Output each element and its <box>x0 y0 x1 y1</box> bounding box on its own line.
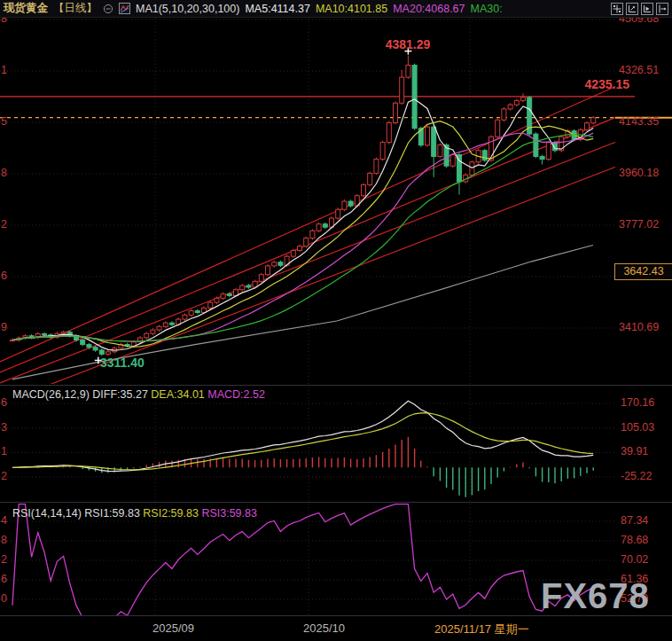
macd-axis-label: 170.16 <box>621 396 654 409</box>
ma5-value: MA5:4114.37 <box>245 3 309 15</box>
clipped-left-axis-digit: 6 <box>1 573 7 585</box>
alert-price-label[interactable]: 3642.43 <box>614 263 672 280</box>
ma20-value: MA20:4068.67 <box>393 3 465 15</box>
collapse-icon[interactable] <box>103 4 113 14</box>
candles-layer <box>11 56 596 356</box>
macd-axis-label: 39.91 <box>621 445 648 457</box>
macd-axis-label: 105.03 <box>621 421 654 434</box>
rsi-title[interactable]: RSI(14,14,14) <box>12 507 82 520</box>
clipped-left-axis-digit: 2 <box>1 218 7 231</box>
price-axis-label: 3777.02 <box>619 218 659 231</box>
clipped-left-axis-digit: 3 <box>1 421 7 434</box>
collapse-panel-icon[interactable] <box>656 3 668 15</box>
ma30-value: MA30: <box>471 3 503 15</box>
chart-toolbar <box>611 3 668 15</box>
rsi-axis-label: 70.02 <box>621 553 648 566</box>
clipped-left-axis-digit: 6 <box>1 396 7 409</box>
clipped-left-axis-digit: 8 <box>1 534 7 546</box>
chart-canvas[interactable] <box>0 0 672 641</box>
macd-diff-value: DIFF:35.27 <box>92 388 148 401</box>
price-axis-label: 4143.35 <box>619 115 659 128</box>
clipped-left-axis-digit: 6 <box>1 270 7 282</box>
trading-app: 现货黄金 【日线】 MA1(5,10,20,30,100) MA5:4114.3… <box>0 0 672 641</box>
period-label: 【日线】 <box>53 1 98 16</box>
rsi2-value: RSI2:59.83 <box>143 507 199 520</box>
fx678-watermark: FX678 <box>541 576 650 616</box>
time-axis-label: 2025/09 <box>152 621 194 635</box>
macd-title[interactable]: MACD(26,12,9) <box>12 388 90 401</box>
symbol-title: 现货黄金 <box>4 1 48 16</box>
axis-play-icon[interactable] <box>641 3 653 15</box>
axis-zoom-icon[interactable] <box>626 3 638 15</box>
price-levels-layer <box>0 97 672 118</box>
time-axis-label: 2025/10 <box>303 621 345 635</box>
rsi-axis-label: 87.34 <box>621 514 648 527</box>
rsi-axis-label: 78.68 <box>621 534 648 546</box>
price-axis-label: 3960.18 <box>619 167 659 179</box>
rsi-panel-header: RSI(14,14,14) RSI1:59.83 RSI2:59.83 RSI3… <box>12 507 257 520</box>
clipped-left-axis-digit: 1 <box>1 445 7 457</box>
low-price-annotation: 3311.40 <box>100 356 145 370</box>
rsi3-value: RSI3:59.83 <box>201 507 257 520</box>
macd-dea-value: DEA:34.01 <box>151 388 204 401</box>
clipped-left-axis-digit: 2 <box>1 553 7 566</box>
clipped-left-axis-digit: 9 <box>1 321 7 333</box>
price-axis-label: 4326.51 <box>619 64 659 76</box>
ma-settings-label[interactable]: MA1(5,10,20,30,100) <box>136 3 239 15</box>
clipped-left-axis-digit: 8 <box>1 167 7 179</box>
resistance-price-annotation: 4235.15 <box>514 77 629 91</box>
extreme-markers <box>95 48 412 364</box>
ma10-value: MA10:4101.85 <box>316 3 387 15</box>
macd-axis-label: -25.22 <box>621 470 652 482</box>
peak-price-annotation: 4381.29 <box>359 37 457 51</box>
indicator-icon[interactable] <box>119 3 130 14</box>
clipped-left-axis-digit: 0 <box>1 592 7 605</box>
chart-header-bar: 现货黄金 【日线】 MA1(5,10,20,30,100) MA5:4114.3… <box>0 0 672 18</box>
rsi1-value: RSI1:59.83 <box>84 507 140 520</box>
macd-panel-header: MACD(26,12,9) DIFF:35.27 DEA:34.01 MACD:… <box>12 388 265 401</box>
time-axis-label-current: 2025/11/17 星期一 <box>434 621 529 637</box>
clipped-left-axis-digit: 2 <box>1 470 7 482</box>
clipped-left-axis-digit: 4 <box>1 514 7 527</box>
crosshair-icon[interactable] <box>611 3 623 15</box>
clipped-left-axis-digit: 5 <box>1 115 7 128</box>
macd-value: MACD:2.52 <box>207 388 265 401</box>
macd-layer <box>12 401 593 496</box>
clipped-left-axis-digit: 1 <box>1 64 7 76</box>
price-axis-label: 3410.69 <box>619 321 659 333</box>
